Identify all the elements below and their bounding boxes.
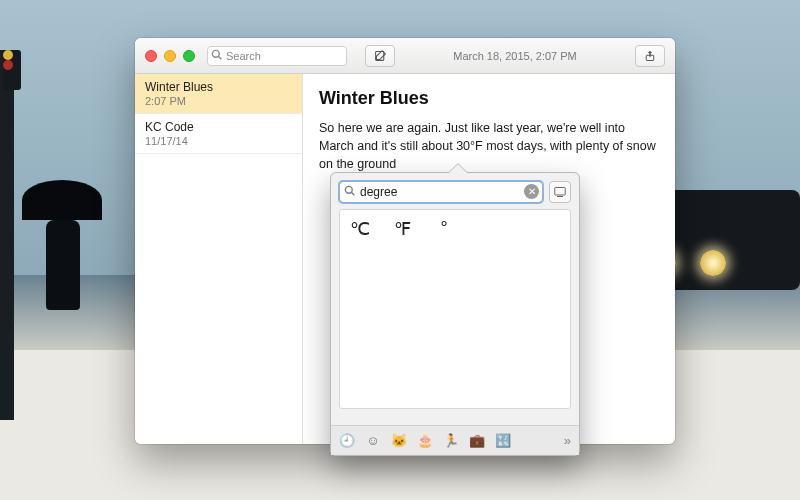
more-categories-button[interactable]: »: [564, 433, 571, 448]
category-recent-icon[interactable]: 🕘: [339, 433, 355, 448]
zoom-window-button[interactable]: [183, 50, 195, 62]
category-food-icon[interactable]: 🎂: [417, 433, 433, 448]
note-list-item[interactable]: Winter Blues 2:07 PM: [135, 74, 302, 114]
note-list-item[interactable]: KC Code 11/17/14: [135, 114, 302, 154]
minimize-window-button[interactable]: [164, 50, 176, 62]
char-degree-celsius[interactable]: ℃: [348, 218, 372, 240]
open-character-viewer-button[interactable]: [549, 181, 571, 203]
category-activity-icon[interactable]: 🏃: [443, 433, 459, 448]
svg-line-5: [352, 193, 355, 196]
sidebar-search-wrap: Search: [207, 46, 347, 66]
svg-point-0: [212, 50, 219, 57]
note-item-subtitle: 2:07 PM: [145, 95, 292, 107]
category-animals-icon[interactable]: 🐱: [391, 433, 407, 448]
char-degree-sign[interactable]: °: [432, 218, 456, 239]
close-window-button[interactable]: [145, 50, 157, 62]
note-item-title: KC Code: [145, 120, 292, 134]
category-symbols-icon[interactable]: 🔣: [495, 433, 511, 448]
sidebar-search-input[interactable]: Search: [207, 46, 347, 66]
note-date-label: March 18, 2015, 2:07 PM: [405, 50, 625, 62]
character-results: ℃ ℉ °: [339, 209, 571, 409]
compose-note-button[interactable]: [365, 45, 395, 67]
note-item-title: Winter Blues: [145, 80, 292, 94]
category-smileys-icon[interactable]: ☺: [365, 433, 381, 448]
search-icon: [344, 185, 355, 198]
svg-rect-6: [555, 188, 566, 196]
note-body-text: So here we are again. Just like last yea…: [319, 119, 659, 173]
notes-sidebar: Winter Blues 2:07 PM KC Code 11/17/14: [135, 74, 303, 444]
character-category-bar: 🕘 ☺ 🐱 🎂 🏃 💼 🔣 »: [331, 425, 579, 455]
share-button[interactable]: [635, 45, 665, 67]
character-viewer-popover: ✕ ℃ ℉ ° 🕘 ☺ 🐱 🎂 🏃 💼 🔣 »: [330, 172, 580, 456]
window-controls: [135, 50, 203, 62]
svg-point-4: [345, 186, 352, 193]
category-objects-icon[interactable]: 💼: [469, 433, 485, 448]
svg-line-1: [219, 56, 222, 59]
char-degree-fahrenheit[interactable]: ℉: [390, 218, 414, 240]
note-title: Winter Blues: [319, 88, 659, 109]
character-search-input[interactable]: [339, 181, 543, 203]
note-item-subtitle: 11/17/14: [145, 135, 292, 147]
search-icon: [211, 49, 222, 62]
titlebar: Search March 18, 2015, 2:07 PM: [135, 38, 675, 74]
clear-search-button[interactable]: ✕: [524, 184, 539, 199]
